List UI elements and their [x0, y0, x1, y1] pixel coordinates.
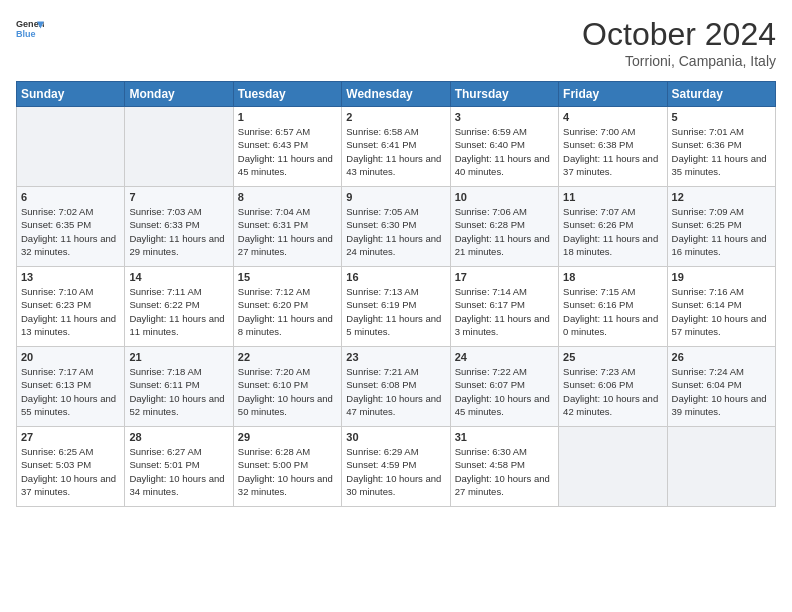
day-info: Sunrise: 7:12 AMSunset: 6:20 PMDaylight:…	[238, 285, 337, 338]
day-number: 26	[672, 351, 771, 363]
page-header: General Blue October 2024 Torrioni, Camp…	[16, 16, 776, 69]
calendar-cell: 21Sunrise: 7:18 AMSunset: 6:11 PMDayligh…	[125, 347, 233, 427]
calendar-cell: 1Sunrise: 6:57 AMSunset: 6:43 PMDaylight…	[233, 107, 341, 187]
day-number: 5	[672, 111, 771, 123]
calendar-cell: 5Sunrise: 7:01 AMSunset: 6:36 PMDaylight…	[667, 107, 775, 187]
day-header-wednesday: Wednesday	[342, 82, 450, 107]
day-number: 27	[21, 431, 120, 443]
day-number: 13	[21, 271, 120, 283]
day-number: 17	[455, 271, 554, 283]
day-number: 22	[238, 351, 337, 363]
day-info: Sunrise: 7:18 AMSunset: 6:11 PMDaylight:…	[129, 365, 228, 418]
calendar-cell	[17, 107, 125, 187]
day-info: Sunrise: 7:02 AMSunset: 6:35 PMDaylight:…	[21, 205, 120, 258]
day-number: 6	[21, 191, 120, 203]
day-header-monday: Monday	[125, 82, 233, 107]
day-number: 4	[563, 111, 662, 123]
day-header-saturday: Saturday	[667, 82, 775, 107]
calendar-cell: 30Sunrise: 6:29 AMSunset: 4:59 PMDayligh…	[342, 427, 450, 507]
calendar-week-row: 13Sunrise: 7:10 AMSunset: 6:23 PMDayligh…	[17, 267, 776, 347]
day-info: Sunrise: 7:00 AMSunset: 6:38 PMDaylight:…	[563, 125, 662, 178]
day-number: 2	[346, 111, 445, 123]
day-header-tuesday: Tuesday	[233, 82, 341, 107]
calendar-cell: 31Sunrise: 6:30 AMSunset: 4:58 PMDayligh…	[450, 427, 558, 507]
calendar-cell: 13Sunrise: 7:10 AMSunset: 6:23 PMDayligh…	[17, 267, 125, 347]
day-number: 30	[346, 431, 445, 443]
day-info: Sunrise: 7:09 AMSunset: 6:25 PMDaylight:…	[672, 205, 771, 258]
calendar-table: SundayMondayTuesdayWednesdayThursdayFrid…	[16, 81, 776, 507]
day-number: 7	[129, 191, 228, 203]
day-number: 23	[346, 351, 445, 363]
day-info: Sunrise: 7:04 AMSunset: 6:31 PMDaylight:…	[238, 205, 337, 258]
day-number: 9	[346, 191, 445, 203]
calendar-week-row: 6Sunrise: 7:02 AMSunset: 6:35 PMDaylight…	[17, 187, 776, 267]
day-info: Sunrise: 7:14 AMSunset: 6:17 PMDaylight:…	[455, 285, 554, 338]
day-info: Sunrise: 7:24 AMSunset: 6:04 PMDaylight:…	[672, 365, 771, 418]
calendar-week-row: 1Sunrise: 6:57 AMSunset: 6:43 PMDaylight…	[17, 107, 776, 187]
calendar-cell: 3Sunrise: 6:59 AMSunset: 6:40 PMDaylight…	[450, 107, 558, 187]
day-number: 24	[455, 351, 554, 363]
title-block: October 2024 Torrioni, Campania, Italy	[582, 16, 776, 69]
location: Torrioni, Campania, Italy	[582, 53, 776, 69]
day-info: Sunrise: 7:22 AMSunset: 6:07 PMDaylight:…	[455, 365, 554, 418]
day-info: Sunrise: 7:15 AMSunset: 6:16 PMDaylight:…	[563, 285, 662, 338]
day-header-friday: Friday	[559, 82, 667, 107]
calendar-cell: 25Sunrise: 7:23 AMSunset: 6:06 PMDayligh…	[559, 347, 667, 427]
calendar-cell: 27Sunrise: 6:25 AMSunset: 5:03 PMDayligh…	[17, 427, 125, 507]
calendar-cell: 9Sunrise: 7:05 AMSunset: 6:30 PMDaylight…	[342, 187, 450, 267]
calendar-cell: 19Sunrise: 7:16 AMSunset: 6:14 PMDayligh…	[667, 267, 775, 347]
day-info: Sunrise: 7:07 AMSunset: 6:26 PMDaylight:…	[563, 205, 662, 258]
day-number: 19	[672, 271, 771, 283]
day-info: Sunrise: 6:59 AMSunset: 6:40 PMDaylight:…	[455, 125, 554, 178]
calendar-cell: 26Sunrise: 7:24 AMSunset: 6:04 PMDayligh…	[667, 347, 775, 427]
day-number: 18	[563, 271, 662, 283]
day-number: 21	[129, 351, 228, 363]
day-number: 28	[129, 431, 228, 443]
logo-icon: General Blue	[16, 16, 44, 44]
calendar-cell: 14Sunrise: 7:11 AMSunset: 6:22 PMDayligh…	[125, 267, 233, 347]
logo: General Blue	[16, 16, 44, 44]
calendar-cell: 24Sunrise: 7:22 AMSunset: 6:07 PMDayligh…	[450, 347, 558, 427]
day-info: Sunrise: 7:21 AMSunset: 6:08 PMDaylight:…	[346, 365, 445, 418]
calendar-cell: 29Sunrise: 6:28 AMSunset: 5:00 PMDayligh…	[233, 427, 341, 507]
day-info: Sunrise: 6:58 AMSunset: 6:41 PMDaylight:…	[346, 125, 445, 178]
calendar-cell: 8Sunrise: 7:04 AMSunset: 6:31 PMDaylight…	[233, 187, 341, 267]
day-number: 3	[455, 111, 554, 123]
calendar-cell: 4Sunrise: 7:00 AMSunset: 6:38 PMDaylight…	[559, 107, 667, 187]
calendar-cell	[559, 427, 667, 507]
calendar-week-row: 27Sunrise: 6:25 AMSunset: 5:03 PMDayligh…	[17, 427, 776, 507]
day-info: Sunrise: 7:20 AMSunset: 6:10 PMDaylight:…	[238, 365, 337, 418]
day-info: Sunrise: 7:03 AMSunset: 6:33 PMDaylight:…	[129, 205, 228, 258]
day-number: 16	[346, 271, 445, 283]
day-number: 1	[238, 111, 337, 123]
day-number: 11	[563, 191, 662, 203]
day-header-sunday: Sunday	[17, 82, 125, 107]
calendar-cell: 23Sunrise: 7:21 AMSunset: 6:08 PMDayligh…	[342, 347, 450, 427]
day-number: 29	[238, 431, 337, 443]
day-info: Sunrise: 6:29 AMSunset: 4:59 PMDaylight:…	[346, 445, 445, 498]
calendar-cell: 7Sunrise: 7:03 AMSunset: 6:33 PMDaylight…	[125, 187, 233, 267]
day-info: Sunrise: 6:25 AMSunset: 5:03 PMDaylight:…	[21, 445, 120, 498]
day-number: 14	[129, 271, 228, 283]
day-number: 10	[455, 191, 554, 203]
calendar-cell: 6Sunrise: 7:02 AMSunset: 6:35 PMDaylight…	[17, 187, 125, 267]
day-info: Sunrise: 7:16 AMSunset: 6:14 PMDaylight:…	[672, 285, 771, 338]
day-info: Sunrise: 7:10 AMSunset: 6:23 PMDaylight:…	[21, 285, 120, 338]
day-number: 15	[238, 271, 337, 283]
day-info: Sunrise: 6:27 AMSunset: 5:01 PMDaylight:…	[129, 445, 228, 498]
day-header-thursday: Thursday	[450, 82, 558, 107]
calendar-cell: 10Sunrise: 7:06 AMSunset: 6:28 PMDayligh…	[450, 187, 558, 267]
calendar-cell: 2Sunrise: 6:58 AMSunset: 6:41 PMDaylight…	[342, 107, 450, 187]
calendar-cell	[125, 107, 233, 187]
day-number: 12	[672, 191, 771, 203]
day-info: Sunrise: 6:28 AMSunset: 5:00 PMDaylight:…	[238, 445, 337, 498]
calendar-cell: 12Sunrise: 7:09 AMSunset: 6:25 PMDayligh…	[667, 187, 775, 267]
day-info: Sunrise: 7:23 AMSunset: 6:06 PMDaylight:…	[563, 365, 662, 418]
calendar-cell: 28Sunrise: 6:27 AMSunset: 5:01 PMDayligh…	[125, 427, 233, 507]
month-title: October 2024	[582, 16, 776, 53]
day-info: Sunrise: 7:06 AMSunset: 6:28 PMDaylight:…	[455, 205, 554, 258]
day-info: Sunrise: 7:11 AMSunset: 6:22 PMDaylight:…	[129, 285, 228, 338]
calendar-cell: 22Sunrise: 7:20 AMSunset: 6:10 PMDayligh…	[233, 347, 341, 427]
day-number: 8	[238, 191, 337, 203]
day-info: Sunrise: 7:17 AMSunset: 6:13 PMDaylight:…	[21, 365, 120, 418]
